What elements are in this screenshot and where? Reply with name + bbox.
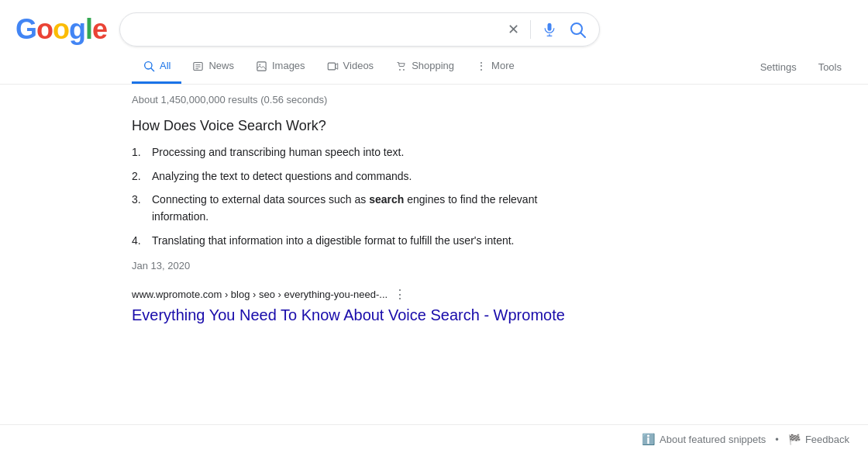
nav-tabs: All News Images V [0, 50, 868, 85]
list-num-2: 2. [132, 168, 146, 185]
mic-icon [542, 22, 557, 37]
list-item: 4. Translating that information into a d… [132, 232, 566, 249]
list-item: 1. Processing and transcribing human spe… [132, 144, 566, 161]
svg-point-12 [399, 69, 401, 71]
tools-link[interactable]: Tools [808, 52, 852, 82]
svg-point-13 [403, 69, 405, 71]
results-area: About 1,450,000,000 results (0.56 second… [0, 85, 581, 341]
list-item-text-1: Processing and transcribing human speech… [152, 144, 404, 161]
list-num-4: 4. [132, 232, 146, 249]
list-item: 2. Analyzing the text to detect question… [132, 168, 566, 185]
svg-line-2 [581, 33, 586, 38]
svg-rect-9 [257, 62, 266, 71]
result-menu-icon[interactable]: ⋮ [394, 287, 406, 302]
tab-shopping-label: Shopping [412, 60, 454, 71]
snippet-date: Jan 13, 2020 [132, 260, 566, 271]
tab-news-label: News [208, 60, 234, 71]
list-item-text-2: Analyzing the text to detect questions a… [152, 168, 412, 185]
more-tab-icon: ⋮ [476, 60, 487, 72]
tab-news[interactable]: News [181, 50, 245, 84]
divider [530, 20, 531, 39]
result-url: www.wpromote.com › blog › seo › everythi… [132, 289, 388, 300]
clear-button[interactable]: ✕ [506, 19, 521, 40]
snippet-list: 1. Processing and transcribing human spe… [132, 144, 566, 249]
images-tab-icon [256, 59, 267, 72]
search-bar: how does voice search work ✕ [119, 12, 600, 47]
videos-tab-icon [327, 59, 339, 72]
list-num-3: 3. [132, 191, 146, 226]
svg-rect-11 [328, 63, 335, 70]
header: Google how does voice search work ✕ [0, 0, 868, 47]
tab-images-label: Images [272, 60, 305, 71]
search-button[interactable] [568, 20, 587, 39]
search-tab-icon [143, 59, 155, 72]
search-bar-icons: ✕ [506, 19, 587, 40]
tab-all[interactable]: All [132, 50, 181, 84]
list-item: 3. Connecting to external data sources s… [132, 191, 566, 226]
snippet-heading: How Does Voice Search Work? [132, 118, 566, 134]
tab-videos-label: Videos [343, 60, 374, 71]
google-logo: Google [16, 13, 107, 46]
result-title[interactable]: Everything You Need To Know About Voice … [132, 306, 565, 323]
svg-point-10 [259, 64, 260, 65]
search-input[interactable]: how does voice search work [133, 22, 500, 36]
results-count: About 1,450,000,000 results (0.56 second… [132, 94, 566, 105]
tab-all-label: All [160, 60, 170, 71]
news-tab-icon [192, 59, 204, 72]
tab-images[interactable]: Images [245, 50, 316, 84]
result-url-row: www.wpromote.com › blog › seo › everythi… [132, 287, 566, 302]
shopping-tab-icon [395, 59, 407, 72]
mic-button[interactable] [540, 20, 559, 39]
search-result: www.wpromote.com › blog › seo › everythi… [132, 287, 566, 325]
clear-icon: ✕ [508, 21, 519, 38]
tab-more[interactable]: ⋮ More [465, 50, 525, 84]
bold-word: search [369, 193, 404, 206]
list-num-1: 1. [132, 144, 146, 161]
list-item-text-3: Connecting to external data sources such… [152, 191, 566, 226]
tab-videos[interactable]: Videos [316, 50, 385, 84]
svg-line-4 [151, 68, 154, 71]
featured-snippet: How Does Voice Search Work? 1. Processin… [132, 118, 566, 271]
settings-link[interactable]: Settings [749, 52, 808, 82]
nav-right: Settings Tools [749, 52, 852, 82]
svg-rect-0 [548, 23, 552, 31]
tab-shopping[interactable]: Shopping [384, 50, 465, 84]
search-icon [568, 20, 587, 39]
list-item-text-4: Translating that information into a dige… [152, 232, 515, 249]
tab-more-label: More [491, 60, 515, 71]
